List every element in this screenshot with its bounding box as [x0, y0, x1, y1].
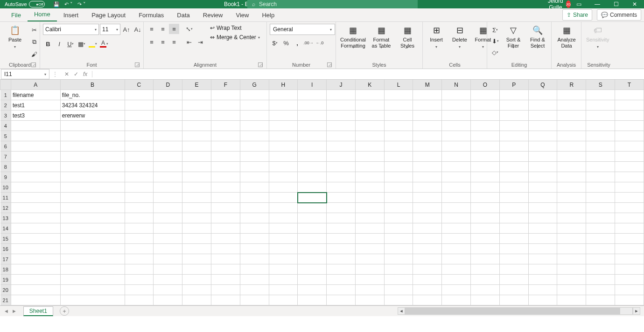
- cell[interactable]: [182, 182, 211, 193]
- cell[interactable]: [384, 254, 413, 264]
- column-header[interactable]: K: [355, 80, 384, 90]
- column-header[interactable]: J: [327, 80, 356, 90]
- cell[interactable]: [586, 254, 615, 264]
- cell[interactable]: [557, 213, 586, 223]
- cell[interactable]: [442, 100, 471, 111]
- cell[interactable]: [586, 111, 615, 121]
- cell[interactable]: [327, 141, 356, 152]
- cell[interactable]: [327, 100, 356, 111]
- cell[interactable]: [11, 285, 60, 295]
- cell[interactable]: [557, 254, 586, 264]
- cell[interactable]: [413, 234, 442, 244]
- cell[interactable]: [586, 234, 615, 244]
- cell[interactable]: [384, 285, 413, 295]
- cell[interactable]: [269, 285, 298, 295]
- cell[interactable]: [298, 182, 327, 193]
- cell[interactable]: [269, 234, 298, 244]
- row-header[interactable]: 7: [0, 152, 11, 162]
- cell[interactable]: [125, 264, 154, 275]
- cell[interactable]: [11, 295, 60, 305]
- cell[interactable]: [586, 223, 615, 234]
- cell[interactable]: file_no.: [60, 90, 125, 100]
- cell[interactable]: [413, 193, 442, 203]
- cell[interactable]: [528, 275, 557, 285]
- cell[interactable]: [355, 285, 384, 295]
- cell[interactable]: [60, 223, 125, 234]
- increase-font-icon[interactable]: A↑: [121, 24, 132, 35]
- comments-button[interactable]: 💬Comments: [597, 9, 641, 21]
- cell[interactable]: [240, 254, 269, 264]
- cell[interactable]: [471, 141, 500, 152]
- cell[interactable]: [413, 264, 442, 275]
- fx-icon[interactable]: fx: [83, 71, 87, 77]
- cell[interactable]: [327, 244, 356, 254]
- cell[interactable]: [384, 295, 413, 305]
- cell[interactable]: [528, 244, 557, 254]
- row-header[interactable]: 19: [0, 275, 11, 285]
- sheet-nav-prev-icon[interactable]: ◄: [4, 308, 9, 314]
- cell[interactable]: [327, 121, 356, 131]
- cell[interactable]: [413, 152, 442, 162]
- cell[interactable]: [557, 162, 586, 172]
- cell[interactable]: [471, 285, 500, 295]
- cell[interactable]: [182, 141, 211, 152]
- cell[interactable]: [471, 213, 500, 223]
- cell[interactable]: [499, 285, 528, 295]
- row-header[interactable]: 13: [0, 213, 11, 223]
- name-box[interactable]: I11▾: [1, 69, 49, 79]
- cell[interactable]: [471, 223, 500, 234]
- cell[interactable]: [499, 131, 528, 141]
- cell[interactable]: [355, 244, 384, 254]
- tab-file[interactable]: File: [5, 9, 28, 21]
- cell[interactable]: [615, 264, 644, 275]
- cell[interactable]: [154, 131, 182, 141]
- cell[interactable]: [557, 203, 586, 213]
- comma-icon[interactable]: ,: [292, 38, 302, 48]
- scroll-left-icon[interactable]: ◄: [398, 307, 405, 315]
- cell[interactable]: [60, 193, 125, 203]
- cell[interactable]: [471, 172, 500, 182]
- cell[interactable]: [615, 213, 644, 223]
- bold-button[interactable]: B: [43, 39, 53, 49]
- cell[interactable]: [442, 285, 471, 295]
- font-color-button[interactable]: A▾: [99, 39, 109, 49]
- close-icon[interactable]: ✕: [625, 1, 644, 7]
- cell[interactable]: [442, 254, 471, 264]
- cell[interactable]: [182, 111, 211, 121]
- dialog-launcher-icon[interactable]: ◿: [31, 62, 36, 67]
- cell[interactable]: [154, 295, 182, 305]
- cell[interactable]: [355, 162, 384, 172]
- cell[interactable]: [298, 254, 327, 264]
- row-header[interactable]: 3: [0, 111, 11, 121]
- cell[interactable]: [615, 295, 644, 305]
- cell[interactable]: [240, 275, 269, 285]
- cell-styles-button[interactable]: ▦Cell Styles▾: [395, 24, 420, 51]
- cell[interactable]: [211, 234, 240, 244]
- cell[interactable]: [557, 275, 586, 285]
- align-bottom-icon[interactable]: ≡: [169, 24, 179, 34]
- cell[interactable]: [240, 223, 269, 234]
- cell[interactable]: [60, 254, 125, 264]
- cell[interactable]: [125, 121, 154, 131]
- cell[interactable]: [384, 172, 413, 182]
- cell[interactable]: [499, 234, 528, 244]
- cell[interactable]: [298, 295, 327, 305]
- column-header[interactable]: C: [125, 80, 154, 90]
- cell[interactable]: [154, 90, 182, 100]
- cell[interactable]: [327, 152, 356, 162]
- cell[interactable]: [60, 295, 125, 305]
- find-select-button[interactable]: 🔍Find & Select▾: [526, 24, 549, 51]
- cell[interactable]: [413, 213, 442, 223]
- cell[interactable]: [269, 295, 298, 305]
- cell[interactable]: [586, 264, 615, 275]
- decrease-font-icon[interactable]: A↓: [133, 24, 143, 35]
- cell[interactable]: [298, 264, 327, 275]
- borders-button[interactable]: ▦▾: [77, 39, 87, 49]
- cell[interactable]: [298, 141, 327, 152]
- cell[interactable]: [471, 264, 500, 275]
- column-header[interactable]: N: [442, 80, 471, 90]
- cell[interactable]: [413, 172, 442, 182]
- cell[interactable]: [11, 254, 60, 264]
- cell[interactable]: [327, 172, 356, 182]
- cell[interactable]: [413, 141, 442, 152]
